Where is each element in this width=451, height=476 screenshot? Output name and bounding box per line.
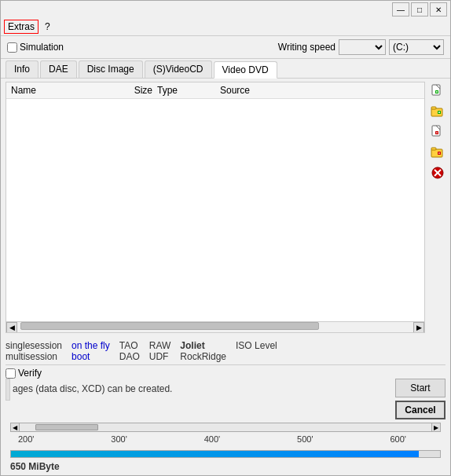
file-table-header: Name Size Type Source: [6, 82, 424, 99]
minimize-button[interactable]: —: [392, 2, 409, 16]
simulation-checkbox[interactable]: [7, 42, 17, 53]
verify-label: Verify: [18, 368, 42, 379]
maximize-button[interactable]: □: [411, 2, 428, 16]
side-toolbar: [425, 79, 450, 336]
scroll-left-arrow[interactable]: ◀: [6, 322, 17, 333]
singlesession-option: singlesession: [6, 340, 62, 351]
options-row: singlesession multisession on the fly bo…: [6, 338, 446, 364]
delete-icon: [431, 166, 445, 180]
svg-rect-6: [431, 107, 436, 109]
simulation-checkbox-label[interactable]: Simulation: [7, 42, 64, 53]
session-options: singlesession multisession: [6, 340, 62, 362]
rockridge-option: RockRidge: [180, 351, 226, 362]
udf-option: UDF: [149, 351, 171, 362]
add-folder-icon: [431, 104, 445, 119]
bottom-scroll-thumb[interactable]: [35, 424, 98, 430]
status-message: ages (data disc, XCD) can be created.: [13, 383, 172, 394]
add-file-icon: [431, 84, 445, 98]
remove-file-icon: [431, 125, 445, 139]
remove-folder-button[interactable]: [428, 143, 447, 162]
svg-rect-10: [432, 126, 440, 136]
bottom-scroll-track[interactable]: [20, 423, 431, 432]
write-mode-options: TAO DAO: [119, 340, 140, 362]
format-options: RAW UDF: [149, 340, 171, 362]
verify-check: Verify: [6, 368, 439, 379]
col-type: Type: [152, 85, 215, 96]
col-name: Name: [11, 85, 113, 96]
ruler-tick-600: 600': [390, 434, 405, 444]
start-button[interactable]: Start: [395, 379, 446, 397]
verify-checkbox[interactable]: [6, 368, 16, 379]
dao-option: DAO: [119, 351, 140, 362]
ruler-tick-300: 300': [111, 434, 126, 444]
bottom-scroll-left[interactable]: ◀: [10, 423, 20, 432]
scroll-thumb[interactable]: [20, 322, 319, 330]
drive-select[interactable]: (C:): [389, 39, 444, 55]
help-menu[interactable]: ?: [42, 20, 53, 33]
svg-rect-0: [432, 85, 440, 95]
writing-speed-label: Writing speed: [278, 42, 336, 53]
tab-dae[interactable]: DAE: [40, 60, 77, 78]
scroll-right-arrow[interactable]: ▶: [413, 322, 424, 333]
joliet-option: Joliet: [180, 340, 226, 351]
main-window: — □ ✕ Extras ? Simulation Writing speed …: [0, 0, 451, 476]
multisession-option: multisession: [6, 351, 62, 362]
toolbar: Simulation Writing speed (C:): [1, 36, 450, 59]
bottom-scroll[interactable]: ◀ ▶: [6, 422, 446, 433]
remove-file-button[interactable]: [428, 123, 447, 141]
writing-speed-select[interactable]: [339, 39, 386, 55]
iso-level-option: ISO Level: [236, 340, 277, 351]
file-panel: Name Size Type Source ◀ ▶: [6, 82, 425, 333]
col-size: Size: [113, 85, 152, 96]
cancel-button[interactable]: Cancel: [395, 401, 446, 419]
title-bar: — □ ✕: [1, 1, 450, 18]
speed-group: Writing speed (C:): [278, 39, 444, 55]
remove-folder-icon: [431, 145, 445, 159]
bottom-area: singlesession multisession on the fly bo…: [1, 336, 450, 475]
raw-option: RAW: [149, 340, 171, 351]
file-list[interactable]: [6, 99, 424, 321]
ruler-tick-400: 400': [204, 434, 220, 444]
tab-svideovcd[interactable]: (S)VideoCD: [145, 60, 212, 78]
fly-options: on the fly boot: [72, 340, 110, 362]
on-the-fly-option: on the fly: [72, 340, 110, 351]
menu-bar: Extras ?: [1, 18, 450, 36]
fs-options: Joliet RockRidge: [180, 340, 226, 362]
ruler-tick-200: 200': [18, 434, 34, 444]
col-source: Source: [215, 85, 294, 96]
tabs: Info DAE Disc Image (S)VideoCD Video DVD: [1, 59, 450, 79]
ruler-scale: 200' 300' 400' 500' 600': [18, 434, 441, 447]
ruler: 200' 300' 400' 500' 600': [6, 433, 446, 449]
action-buttons: Start Cancel: [395, 379, 446, 419]
main-content-area: Name Size Type Source ◀ ▶: [1, 79, 450, 336]
status-row: Verify ages (data disc, XCD) can be crea…: [6, 364, 446, 422]
tab-disc-image[interactable]: Disc Image: [79, 60, 143, 78]
add-file-button[interactable]: [428, 82, 447, 101]
delete-button[interactable]: [428, 163, 447, 182]
progress-fill: [11, 451, 419, 457]
simulation-label: Simulation: [20, 42, 64, 53]
extras-menu[interactable]: Extras: [4, 20, 38, 34]
title-buttons: — □ ✕: [392, 2, 447, 16]
size-label: 650 MiByte: [6, 460, 446, 474]
tab-info[interactable]: Info: [6, 60, 38, 78]
progress-track: [10, 450, 441, 458]
svg-rect-15: [431, 148, 436, 150]
file-list-scrollbar-h[interactable]: ◀ ▶: [6, 321, 424, 332]
tab-video-dvd[interactable]: Video DVD: [214, 61, 277, 79]
ruler-tick-500: 500': [297, 434, 313, 444]
close-button[interactable]: ✕: [430, 2, 447, 16]
add-folder-button[interactable]: [428, 102, 447, 121]
tao-option: TAO: [119, 340, 140, 351]
iso-options: ISO Level: [236, 340, 277, 351]
boot-option: boot: [72, 351, 110, 362]
bottom-scroll-right[interactable]: ▶: [431, 423, 441, 432]
status-text: ages (data disc, XCD) can be created.: [6, 379, 389, 419]
